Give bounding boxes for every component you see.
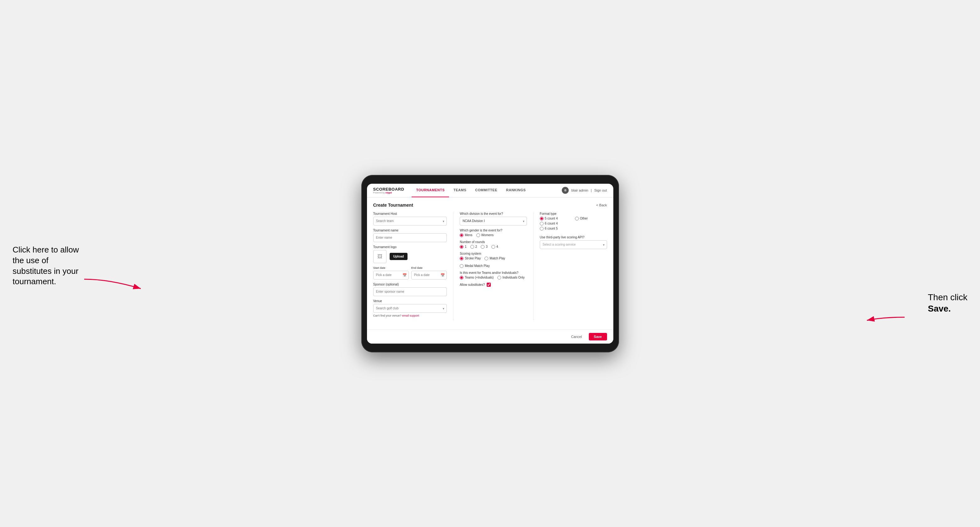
form-footer: Cancel Save [367, 329, 613, 344]
save-button[interactable]: Save [589, 333, 607, 340]
round-2[interactable]: 2 [470, 245, 477, 249]
scoring-medal[interactable]: Medal Match Play [460, 264, 490, 268]
format-5count4[interactable]: 5 count 4 [540, 217, 572, 221]
event-type-radio-group: Teams (+Individuals) Individuals Only [460, 276, 527, 279]
division-group: Which division is the event for? NCAA Di… [460, 212, 527, 225]
division-select[interactable]: NCAA Division I [460, 217, 527, 225]
format-other[interactable]: Other [575, 217, 607, 221]
tournament-name-group: Tournament name [373, 229, 447, 242]
signout-link[interactable]: Sign out [594, 189, 607, 192]
username: blair admin [571, 189, 588, 192]
upload-button[interactable]: Upload [390, 253, 408, 260]
round-3-radio[interactable] [481, 245, 485, 249]
start-date-label: Start date [373, 266, 409, 270]
format-type-options: 5 count 4 Other 6 count 4 [540, 217, 607, 230]
gender-mens[interactable]: Mens [460, 233, 472, 237]
page-header: Create Tournament < Back [373, 203, 607, 208]
format-type-label: Format type [540, 212, 607, 216]
tournament-logo-group: Tournament logo 🖼 Upload [373, 245, 447, 263]
gender-mens-radio[interactable] [460, 233, 463, 237]
venue-input[interactable] [373, 304, 447, 313]
tournament-logo-label: Tournament logo [373, 245, 447, 249]
email-support-link[interactable]: email support [402, 314, 419, 317]
sponsor-label: Sponsor (optional) [373, 283, 447, 286]
start-date-wrapper: 📅 [373, 271, 409, 279]
format-6count5-radio[interactable] [540, 227, 544, 230]
format-other-radio[interactable] [575, 217, 579, 221]
start-date-input[interactable] [373, 271, 409, 279]
cancel-button[interactable]: Cancel [568, 333, 585, 340]
tournament-host-input[interactable] [373, 217, 447, 225]
scoring-api-select[interactable]: Select a scoring service [540, 240, 607, 249]
round-3[interactable]: 3 [481, 245, 488, 249]
rounds-label: Number of rounds [460, 240, 527, 244]
scoring-label: Scoring system [460, 252, 527, 256]
tournament-name-label: Tournament name [373, 229, 447, 232]
annotation-right: Then click Save. [928, 292, 967, 315]
nav-rankings[interactable]: RANKINGS [502, 184, 530, 198]
event-type-label: Is this event for Teams and/or Individua… [460, 271, 527, 275]
arrow-left-icon [84, 276, 147, 295]
scoring-match[interactable]: Match Play [485, 257, 505, 260]
format-6count5[interactable]: 6 count 5 [540, 227, 572, 230]
arrow-right-icon [864, 311, 908, 327]
content-area: Create Tournament < Back Tournament Host [367, 198, 613, 329]
back-link[interactable]: < Back [597, 203, 607, 207]
gender-womens[interactable]: Womens [476, 233, 493, 237]
event-individuals[interactable]: Individuals Only [497, 276, 525, 279]
nav-teams[interactable]: TEAMS [449, 184, 471, 198]
event-type-group: Is this event for Teams and/or Individua… [460, 271, 527, 279]
form-col-2: Which division is the event for? NCAA Di… [453, 212, 527, 321]
scoring-match-radio[interactable] [485, 257, 488, 260]
image-icon: 🖼 [377, 254, 382, 259]
date-row: Start date 📅 End date [373, 266, 447, 279]
nav-links: TOURNAMENTS TEAMS COMMITTEE RANKINGS [412, 184, 562, 198]
form-col-1: Tournament Host Tournament name Tourname… [373, 212, 447, 321]
gender-group: Which gender is the event for? Mens Wome… [460, 229, 527, 237]
date-group: Start date 📅 End date [373, 266, 447, 279]
tournament-name-input[interactable] [373, 233, 447, 242]
format-type-group: Format type 5 count 4 Other [540, 212, 607, 230]
venue-select-wrapper [373, 304, 447, 313]
end-date-group: End date 📅 [411, 266, 447, 279]
scoring-medal-radio[interactable] [460, 264, 463, 268]
nav-committee[interactable]: COMMITTEE [471, 184, 502, 198]
scoring-api-group: Use third-party live scoring API? Select… [540, 235, 607, 249]
tournament-host-select-wrapper [373, 217, 447, 225]
format-6count4-radio[interactable] [540, 222, 544, 225]
gender-womens-radio[interactable] [476, 233, 480, 237]
end-date-input[interactable] [411, 271, 447, 279]
round-1[interactable]: 1 [460, 245, 466, 249]
event-teams-radio[interactable] [460, 276, 463, 279]
division-select-wrapper: NCAA Division I [460, 217, 527, 225]
tournament-host-label: Tournament Host [373, 212, 447, 216]
sponsor-group: Sponsor (optional) [373, 283, 447, 296]
logo-box: 🖼 [373, 250, 387, 263]
allow-substitutes-label[interactable]: Allow substitutes? [460, 283, 527, 287]
round-1-radio[interactable] [460, 245, 463, 249]
round-2-radio[interactable] [470, 245, 474, 249]
sponsor-input[interactable] [373, 287, 447, 296]
tablet-frame: SCOREBOARD Powered by clippd TOURNAMENTS… [361, 175, 619, 352]
event-teams[interactable]: Teams (+Individuals) [460, 276, 493, 279]
tournament-host-group: Tournament Host [373, 212, 447, 225]
round-4[interactable]: 4 [492, 245, 498, 249]
format-6count4[interactable]: 6 count 4 [540, 222, 572, 225]
logo-powered: Powered by clippd [373, 192, 404, 194]
avatar: B [562, 187, 569, 194]
scoring-stroke-radio[interactable] [460, 257, 463, 260]
round-4-radio[interactable] [492, 245, 495, 249]
division-label: Which division is the event for? [460, 212, 527, 216]
scoring-api-label: Use third-party live scoring API? [540, 235, 607, 239]
logo-scoreboard: SCOREBOARD [373, 187, 404, 192]
nav-tournaments[interactable]: TOURNAMENTS [412, 184, 449, 198]
form-grid: Tournament Host Tournament name Tourname… [373, 212, 607, 321]
form-col-3: Format type 5 count 4 Other [533, 212, 607, 321]
scoring-stroke[interactable]: Stroke Play [460, 257, 481, 260]
allow-substitutes-checkbox[interactable] [487, 283, 491, 287]
logo-area: SCOREBOARD Powered by clippd [373, 187, 404, 194]
event-individuals-radio[interactable] [497, 276, 501, 279]
format-5count4-radio[interactable] [540, 217, 544, 221]
page-title: Create Tournament [373, 203, 413, 208]
logo-upload-area: 🖼 Upload [373, 250, 447, 263]
